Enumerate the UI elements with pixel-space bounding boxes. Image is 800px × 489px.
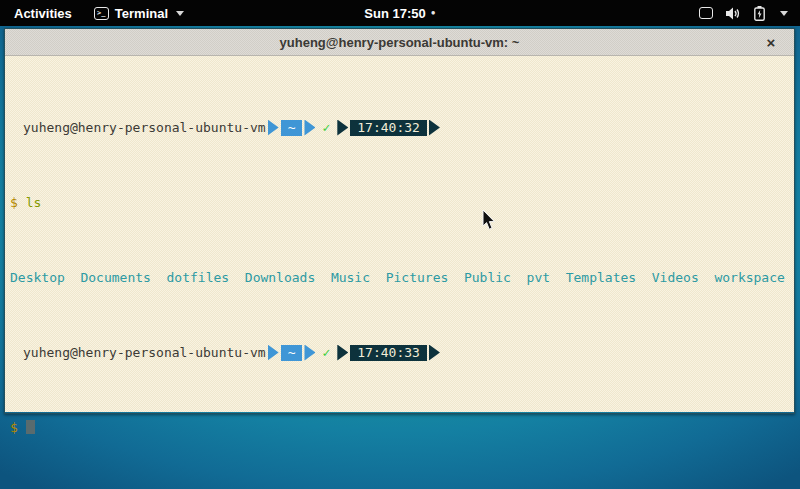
prompt-time: 17:40:32 — [350, 120, 427, 136]
system-tray[interactable] — [699, 6, 800, 21]
window-titlebar[interactable]: yuheng@henry-personal-ubuntu-vm: ~ × — [5, 29, 794, 56]
terminal-window: yuheng@henry-personal-ubuntu-vm: ~ × yuh… — [4, 28, 795, 414]
terminal-app-icon: >_ — [94, 7, 109, 20]
app-menu-terminal[interactable]: >_ Terminal — [94, 6, 184, 21]
mouse-cursor — [482, 210, 496, 231]
prompt-user: yuheng@henry-personal-ubuntu-vm — [23, 120, 266, 135]
chevron-down-icon — [780, 11, 788, 16]
desktop-background: yuheng@henry-personal-ubuntu-vm: ~ × yuh… — [0, 26, 800, 489]
status-check-icon: ✓ — [322, 120, 330, 135]
prompt-user: yuheng@henry-personal-ubuntu-vm — [23, 345, 266, 360]
battery-charging-icon — [754, 6, 765, 21]
window-title: yuheng@henry-personal-ubuntu-vm: ~ — [280, 35, 520, 50]
powerline-arrow-icon — [429, 120, 440, 136]
powerline-arrow-icon — [268, 120, 279, 136]
prompt-line-1: yuheng@henry-personal-ubuntu-vm ~ ✓ 17:4… — [10, 120, 794, 135]
clock-label[interactable]: Sun 17:50 — [364, 6, 425, 21]
prompt-time: 17:40:33 — [350, 345, 427, 361]
command-text: ls — [26, 195, 42, 210]
volume-icon — [726, 7, 741, 20]
prompt-symbol: $ — [10, 195, 18, 210]
prompt-line-2: yuheng@henry-personal-ubuntu-vm ~ ✓ 17:4… — [10, 345, 794, 360]
powerline-arrow-icon — [429, 345, 440, 361]
powerline-arrow-icon — [304, 345, 315, 361]
ls-output: Desktop Documents dotfiles Downloads Mus… — [10, 270, 794, 285]
prompt-path: ~ — [281, 120, 303, 136]
prompt-symbol: $ — [10, 420, 18, 435]
powerline-arrow-icon — [337, 120, 348, 136]
app-menu-label: Terminal — [115, 6, 168, 21]
command-line-ls: $ ls — [10, 195, 794, 210]
command-line-current[interactable]: $ — [10, 420, 794, 435]
screen: Activities >_ Terminal Sun 17:50 ● — [0, 0, 800, 489]
gnome-top-bar: Activities >_ Terminal Sun 17:50 ● — [0, 0, 800, 26]
powerline-arrow-icon — [268, 345, 279, 361]
activities-button[interactable]: Activities — [10, 4, 76, 23]
chevron-down-icon — [176, 11, 184, 16]
close-icon[interactable]: × — [762, 33, 780, 51]
terminal-cursor — [26, 420, 35, 434]
terminal-content[interactable]: yuheng@henry-personal-ubuntu-vm ~ ✓ 17:4… — [5, 56, 794, 412]
screen-icon — [699, 7, 713, 19]
powerline-arrow-icon — [304, 120, 315, 136]
powerline-arrow-icon — [337, 345, 348, 361]
notification-dot-icon: ● — [431, 9, 436, 17]
prompt-path: ~ — [281, 345, 303, 361]
status-check-icon: ✓ — [322, 345, 330, 360]
